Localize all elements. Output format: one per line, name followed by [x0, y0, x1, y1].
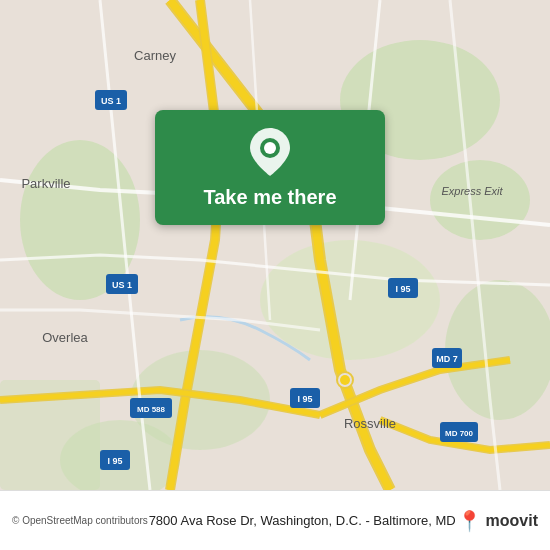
svg-text:Parkville: Parkville — [21, 176, 70, 191]
address-label: 7800 Ava Rose Dr, Washington, D.C. - Bal… — [148, 513, 457, 528]
svg-text:Express Exit: Express Exit — [441, 185, 503, 197]
svg-text:US 1: US 1 — [112, 280, 132, 290]
svg-point-12 — [340, 375, 350, 385]
take-me-there-button[interactable]: Take me there — [203, 186, 336, 209]
bottom-bar: © OpenStreetMap contributors 7800 Ava Ro… — [0, 490, 550, 550]
map-attribution: © OpenStreetMap contributors — [12, 515, 148, 526]
take-me-there-overlay: Take me there — [155, 110, 385, 225]
svg-point-3 — [430, 160, 530, 240]
svg-text:I 95: I 95 — [395, 284, 410, 294]
moovit-pin-icon: 📍 — [457, 509, 482, 533]
svg-text:US 1: US 1 — [101, 96, 121, 106]
moovit-logo: 📍 moovit — [457, 509, 538, 533]
svg-text:MD 700: MD 700 — [445, 429, 474, 438]
svg-text:Overlea: Overlea — [42, 330, 88, 345]
svg-text:I 95: I 95 — [297, 394, 312, 404]
svg-text:MD 588: MD 588 — [137, 405, 166, 414]
svg-text:I 95: I 95 — [107, 456, 122, 466]
location-pin-icon — [250, 128, 290, 176]
svg-text:Rossville: Rossville — [344, 416, 396, 431]
moovit-brand-label: moovit — [486, 512, 538, 530]
svg-text:Carney: Carney — [134, 48, 176, 63]
svg-point-35 — [264, 142, 276, 154]
map-container: US 1 US 1 I 95 I 95 I 95 MD 588 MD 7 MD … — [0, 0, 550, 490]
svg-text:MD 7: MD 7 — [436, 354, 458, 364]
